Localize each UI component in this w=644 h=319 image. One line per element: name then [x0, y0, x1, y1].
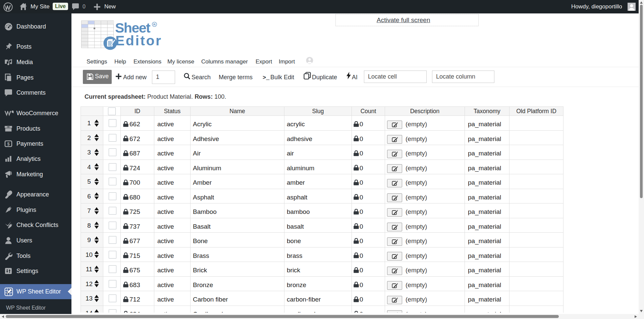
svg-text:$: $: [7, 141, 10, 146]
